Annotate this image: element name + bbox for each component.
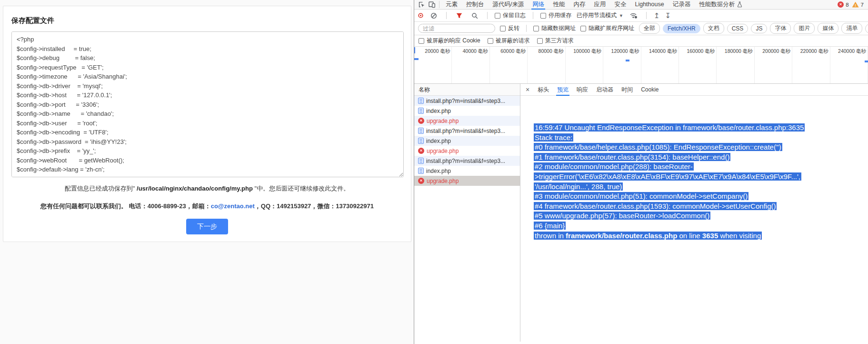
- email-link[interactable]: co@zentao.net: [211, 202, 255, 210]
- filter-chip-doc[interactable]: 文档: [703, 23, 724, 34]
- devtools-panel: 元素控制台源代码/来源网络性能内存应用安全Lighthouse记录器性能数据分析…: [414, 0, 868, 344]
- devtools-tab-memory[interactable]: 内存: [569, 0, 589, 10]
- filter-chip-img[interactable]: 图片: [794, 23, 815, 34]
- third-party-requests-checkbox[interactable]: 第三方请求: [537, 37, 574, 45]
- device-toolbar-icon[interactable]: [427, 0, 437, 9]
- document-icon: [418, 128, 424, 134]
- bold-text: 3635: [702, 232, 718, 240]
- checkbox-box: [419, 38, 424, 44]
- network-overview-timeline[interactable]: 20000 毫秒40000 毫秒60000 毫秒80000 毫秒100000 毫…: [414, 47, 868, 84]
- selected-text: #4 framework/base/router.class.php(1593)…: [534, 202, 777, 210]
- inspect-element-icon[interactable]: [416, 0, 427, 9]
- request-row[interactable]: index.php: [414, 166, 520, 176]
- config-textarea[interactable]: <?php $config->installed = true; $config…: [11, 31, 404, 177]
- record-network-log-icon[interactable]: [419, 14, 422, 17]
- disable-cache-checkbox[interactable]: 停用缓存: [540, 11, 571, 20]
- chevron-down-icon: ▼: [619, 13, 623, 18]
- detail-tab-response[interactable]: 响应: [577, 84, 588, 96]
- request-row[interactable]: install.php?m=install&f=step3...: [414, 126, 520, 136]
- devtools-tab-security[interactable]: 安全: [610, 0, 630, 10]
- clear-network-log-icon[interactable]: [429, 11, 439, 20]
- detail-tab-preview[interactable]: 预览: [557, 84, 569, 96]
- detail-tab-timing[interactable]: 时间: [621, 84, 633, 96]
- invert-filter-checkbox[interactable]: 反转: [500, 24, 519, 32]
- document-icon: [418, 138, 424, 144]
- devtools-tab-performance[interactable]: 性能: [549, 0, 569, 10]
- contact-suffix: ，QQ：1492153927，微信：13730922971: [255, 202, 374, 210]
- request-row[interactable]: ×upgrade.php: [414, 176, 520, 186]
- filter-input[interactable]: [418, 24, 495, 33]
- blocked-requests-checkbox[interactable]: 被屏蔽的请求: [488, 37, 530, 45]
- invert-label: 反转: [508, 24, 519, 32]
- stack-trace-line: #6 {main}: [534, 221, 863, 231]
- name-column-header[interactable]: 名称: [414, 84, 520, 96]
- detail-tab-cookies[interactable]: Cookie: [641, 84, 658, 96]
- request-row[interactable]: install.php?m=install&f=step3...: [414, 96, 520, 106]
- contact-prefix: 您有任何问题都可以联系我们。 电话：4006-8899-23，邮箱：: [40, 202, 211, 210]
- filter-chip-media[interactable]: 媒体: [818, 23, 838, 34]
- selected-text: #2 module/common/model.php(288): baseRou…: [534, 162, 694, 171]
- devtools-tab-elements[interactable]: 元素: [441, 0, 462, 10]
- devtools-tab-console[interactable]: 控制台: [462, 0, 489, 10]
- contact-line: 您有任何问题都可以联系我们。 电话：4006-8899-23，邮箱：co@zen…: [8, 202, 406, 211]
- divider: [533, 12, 533, 19]
- stack-trace-line: #3 module/common/model.php(51): commonMo…: [534, 192, 863, 202]
- devtools-tab-network[interactable]: 网络: [528, 0, 549, 10]
- detail-tab-initiator[interactable]: 启动器: [596, 84, 613, 96]
- network-filter-bar: 反转 隐藏数据网址 隐藏扩展程序网址 全部Fetch/XHR文档CSSJS字体图…: [414, 22, 868, 35]
- filter-chip-all[interactable]: 全部: [639, 23, 660, 34]
- request-row[interactable]: index.php: [414, 136, 520, 146]
- next-step-button[interactable]: 下一步: [186, 219, 228, 234]
- timeline-tick: 40000 毫秒: [452, 47, 489, 83]
- filter-chip-js[interactable]: JS: [751, 24, 767, 33]
- filter-chip-css[interactable]: CSS: [727, 24, 748, 33]
- request-row[interactable]: ×upgrade.php: [414, 116, 520, 126]
- request-name: upgrade.php: [427, 148, 459, 154]
- filter-chip-fetch-xhr[interactable]: Fetch/XHR: [663, 24, 700, 33]
- request-name: upgrade.php: [427, 178, 459, 184]
- hide-data-urls-checkbox[interactable]: 隐藏数据网址: [533, 24, 576, 32]
- request-row[interactable]: ×upgrade.php: [414, 146, 520, 156]
- devtools-tabbar: 元素控制台源代码/来源网络性能内存应用安全Lighthouse记录器性能数据分析…: [414, 0, 868, 10]
- console-badges[interactable]: × 8 ! 7: [838, 1, 868, 8]
- export-har-icon[interactable]: ↧: [665, 12, 671, 19]
- devtools-tab-recorder[interactable]: 记录器: [668, 0, 695, 10]
- preview-content[interactable]: 16:59:47 Uncaught EndResponseException i…: [520, 96, 868, 342]
- divider: [446, 12, 447, 19]
- timeline-tick: 240000 毫秒: [830, 47, 868, 83]
- preserve-log-checkbox[interactable]: 保留日志: [495, 11, 526, 20]
- filter-chip-ws[interactable]: WS: [865, 24, 868, 33]
- request-row[interactable]: install.php?m=install&f=step3...: [414, 156, 520, 166]
- blocked-requests-label: 被屏蔽的请求: [496, 37, 530, 45]
- warning-badge-icon: !: [852, 2, 859, 8]
- save-note-prefix: 配置信息已经成功保存到": [65, 185, 137, 192]
- filter-chip-manifest[interactable]: 清单: [841, 23, 862, 34]
- selected-text: 16:59:47 Uncaught EndResponseException i…: [534, 123, 805, 132]
- devtools-tab-lighthouse[interactable]: Lighthouse: [630, 0, 668, 10]
- hide-extension-urls-label: 隐藏扩展程序网址: [589, 24, 634, 32]
- close-detail-icon[interactable]: ×: [526, 86, 529, 93]
- error-badge-icon: ×: [838, 1, 844, 8]
- hide-extension-urls-checkbox[interactable]: 隐藏扩展程序网址: [580, 24, 634, 32]
- search-icon[interactable]: [469, 11, 480, 20]
- request-detail-pane: ×标头预览响应启动器时间Cookie 16:59:47 Uncaught End…: [520, 84, 868, 342]
- detail-tab-headers[interactable]: 标头: [538, 84, 549, 96]
- devtools-tab-performance-insights[interactable]: 性能数据分析: [695, 0, 739, 10]
- request-name: index.php: [426, 168, 451, 174]
- filter-funnel-icon[interactable]: [454, 11, 464, 20]
- request-row[interactable]: index.php: [414, 106, 520, 116]
- network-conditions-icon[interactable]: [629, 11, 639, 20]
- document-icon: [418, 108, 424, 114]
- devtools-tab-application[interactable]: 应用: [589, 0, 610, 10]
- request-type-chips: 全部Fetch/XHR文档CSSJS字体图片媒体清单WSWasm其他: [639, 23, 868, 34]
- timeline-tick: 180000 毫秒: [717, 47, 754, 83]
- filter-chip-font[interactable]: 字体: [770, 23, 791, 34]
- hide-data-urls-label: 隐藏数据网址: [541, 24, 576, 32]
- devtools-tab-sources[interactable]: 源代码/来源: [489, 0, 529, 10]
- throttling-dropdown[interactable]: 已停用节流模式 ▼: [577, 11, 623, 20]
- stack-trace-line: #1 framework/base/router.class.php(3154)…: [534, 152, 863, 162]
- blocked-response-cookies-checkbox[interactable]: 被屏蔽的响应 Cookie: [419, 37, 480, 45]
- disable-cache-label: 停用缓存: [549, 11, 571, 20]
- import-har-icon[interactable]: ↥: [654, 12, 660, 19]
- selected-text: #3 module/common/model.php(51): commonMo…: [534, 192, 748, 200]
